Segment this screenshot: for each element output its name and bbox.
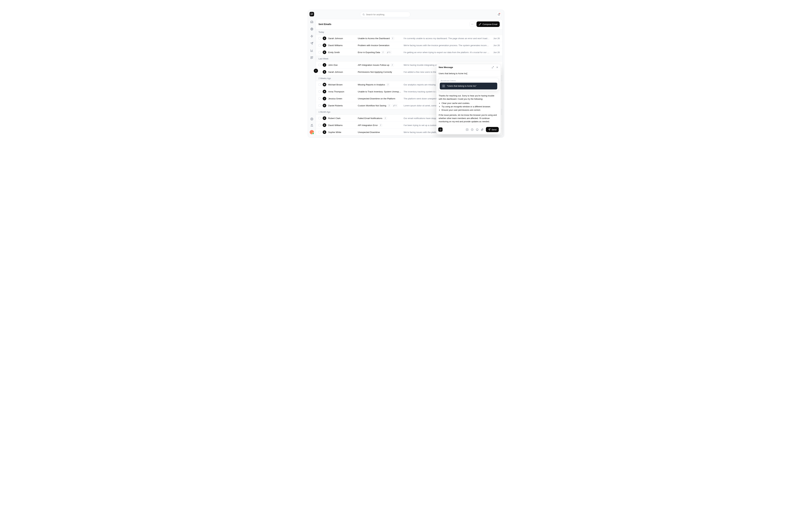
- sender-name: Michael Brown: [328, 84, 356, 86]
- email-preview: I'm getting an error when trying to expo…: [404, 51, 490, 54]
- sender-avatar: J: [323, 97, 326, 100]
- page-title: Sent Emails: [318, 23, 331, 26]
- app-icon[interactable]: [438, 128, 443, 132]
- sender-avatar: A: [323, 90, 326, 93]
- sender-name: John Doe: [328, 64, 356, 66]
- sender-name: Sophie White: [328, 131, 356, 133]
- search-input[interactable]: [360, 12, 410, 17]
- edit-icon: [479, 23, 481, 26]
- compose-button[interactable]: Compose Email: [477, 21, 500, 27]
- attachment-icon[interactable]: [481, 128, 484, 131]
- svg-rect-1: [311, 57, 311, 57]
- emoji-icon[interactable]: [476, 128, 479, 131]
- svg-point-8: [473, 24, 473, 24]
- sender-name: Emily Smith: [328, 51, 356, 54]
- email-date: Jun 26: [493, 51, 500, 54]
- chart-icon[interactable]: [310, 49, 314, 52]
- broadcast-option[interactable]: “Users that belong to Acme Inc”: [440, 83, 497, 89]
- email-row[interactable]: S Sarah Johnson Unable to Access the Das…: [316, 35, 502, 42]
- row-checkbox[interactable]: [318, 71, 321, 73]
- thread-count-badge: 2: [391, 37, 394, 40]
- sender-avatar: D: [323, 104, 326, 107]
- bolt-icon[interactable]: [310, 34, 314, 38]
- apps-icon[interactable]: [310, 56, 314, 59]
- email-date: Jun 26: [493, 37, 500, 40]
- sender-avatar: E: [323, 50, 326, 54]
- row-checkbox[interactable]: [318, 98, 321, 100]
- sender-name: Sarah Johnson: [328, 71, 356, 73]
- settings-icon[interactable]: [310, 117, 314, 121]
- sender-avatar: J: [323, 63, 326, 67]
- sender-name: Robert Clark: [328, 117, 356, 119]
- attachment-badge: 5: [392, 104, 397, 107]
- expand-icon[interactable]: [492, 66, 494, 69]
- row-checkbox[interactable]: [318, 117, 321, 119]
- email-subject: Unexpected Downtime: [358, 131, 380, 133]
- row-checkbox[interactable]: [318, 104, 321, 107]
- send-icon: [488, 128, 491, 131]
- sender-avatar: D: [323, 44, 326, 47]
- svg-rect-9: [443, 85, 444, 87]
- email-subject: Permissions Not Applying Correctly: [358, 71, 392, 73]
- email-preview: I'm currently unable to access my dashbo…: [404, 37, 490, 40]
- svg-rect-2: [312, 57, 313, 57]
- message-body[interactable]: Thanks for reaching out. Sorry to hear y…: [436, 91, 501, 125]
- sender-name: David Williams: [328, 124, 356, 127]
- email-subject: Error in Exporting Data: [358, 51, 380, 54]
- thread-count-badge: 2: [386, 83, 390, 86]
- row-checkbox[interactable]: [318, 131, 321, 133]
- svg-rect-3: [311, 58, 311, 59]
- row-checkbox[interactable]: [318, 124, 321, 126]
- search-icon: [362, 13, 365, 16]
- thread-count-badge: 2: [381, 51, 385, 54]
- thread-count-badge: 2: [379, 124, 382, 127]
- sender-avatar: M: [323, 83, 326, 86]
- sender-avatar: R: [323, 116, 326, 120]
- email-row[interactable]: D David Williams Problem with Invoice Ge…: [316, 42, 502, 49]
- svg-point-13: [476, 129, 478, 131]
- email-preview: We're facing issues with the invoice gen…: [404, 44, 490, 47]
- row-checkbox[interactable]: [318, 44, 321, 46]
- send-icon[interactable]: [310, 42, 314, 45]
- email-subject: API Integration Error: [358, 124, 378, 127]
- sidebar-expand-button[interactable]: [314, 69, 318, 73]
- app-logo[interactable]: [309, 12, 314, 16]
- svg-rect-10: [440, 129, 441, 130]
- sender-name: Anna Thompson: [328, 90, 356, 93]
- user-avatar[interactable]: [310, 130, 314, 134]
- broadcast-label: Broadcast Criteria: [440, 79, 497, 83]
- segment-icon: [442, 84, 445, 88]
- group-header: Last Week: [316, 56, 502, 61]
- topbar: [316, 10, 504, 19]
- sender-name: Daniel Roberts: [328, 104, 356, 107]
- sender-name: Jessica Green: [328, 98, 356, 100]
- email-row[interactable]: E Emily Smith Error in Exporting Data25 …: [316, 49, 502, 56]
- row-checkbox[interactable]: [318, 51, 321, 54]
- close-icon[interactable]: [496, 66, 498, 69]
- notifications-button[interactable]: [496, 12, 502, 17]
- email-subject: Unable to Access the Dashboard: [358, 37, 390, 40]
- broadcast-suggestion: Broadcast Criteria “Users that belong to…: [438, 78, 499, 91]
- email-subject: Unable to Track Inventory: System Unresp…: [358, 90, 402, 93]
- text-format-icon[interactable]: [466, 128, 468, 131]
- inbox-icon[interactable]: [310, 20, 314, 24]
- send-button[interactable]: Send: [486, 127, 499, 132]
- row-checkbox[interactable]: [318, 90, 321, 93]
- row-checkbox[interactable]: [318, 64, 321, 66]
- sender-avatar: S: [323, 70, 326, 74]
- globe-icon[interactable]: [310, 27, 314, 31]
- svg-point-4: [311, 119, 312, 119]
- thread-count-badge: 2: [384, 117, 387, 120]
- email-subject: Problem with Invoice Generation: [358, 44, 389, 47]
- row-checkbox[interactable]: [318, 37, 321, 40]
- recipients-field[interactable]: Users that belong to Acme Inc: [436, 71, 501, 77]
- clock-icon[interactable]: [471, 128, 474, 131]
- svg-point-5: [363, 14, 364, 15]
- sender-name: Sarah Johnson: [328, 37, 356, 40]
- email-subject: API Integration Issues Follow-up: [358, 64, 389, 66]
- more-button[interactable]: [470, 21, 475, 27]
- thread-count-badge: 2: [388, 104, 391, 107]
- row-checkbox[interactable]: [318, 84, 321, 86]
- group-header: Today: [316, 29, 502, 35]
- thread-count-badge: 2: [391, 63, 394, 67]
